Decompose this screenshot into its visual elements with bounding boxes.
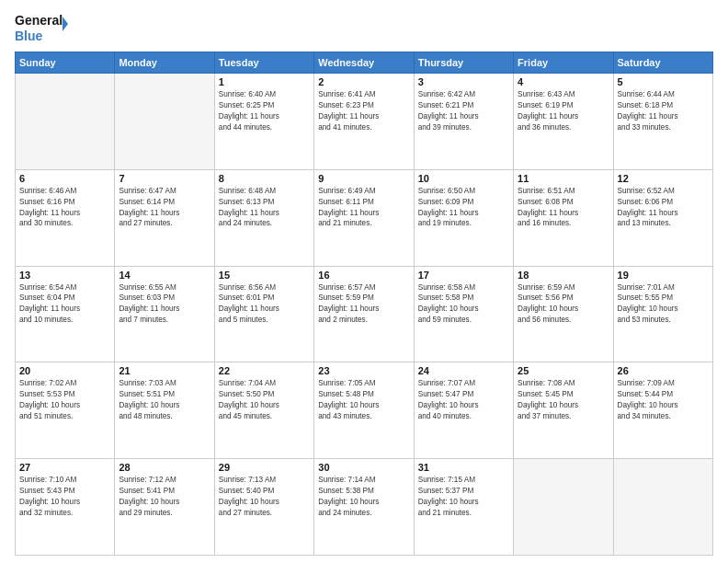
- day-info: Sunrise: 6:56 AM Sunset: 6:01 PM Dayligh…: [219, 282, 310, 327]
- day-info: Sunrise: 6:54 AM Sunset: 6:04 PM Dayligh…: [19, 282, 110, 327]
- day-number: 15: [219, 270, 310, 281]
- day-number: 11: [518, 173, 609, 184]
- day-info: Sunrise: 6:40 AM Sunset: 6:25 PM Dayligh…: [219, 89, 310, 133]
- calendar-cell: 31Sunrise: 7:15 AM Sunset: 5:37 PM Dayli…: [414, 459, 513, 556]
- day-number: 6: [19, 173, 110, 184]
- calendar-cell: 20Sunrise: 7:02 AM Sunset: 5:53 PM Dayli…: [16, 362, 115, 459]
- header: General Blue: [15, 11, 713, 46]
- calendar-cell: 18Sunrise: 6:59 AM Sunset: 5:56 PM Dayli…: [514, 266, 613, 362]
- calendar-cell: 30Sunrise: 7:14 AM Sunset: 5:38 PM Dayli…: [314, 459, 414, 556]
- day-info: Sunrise: 6:49 AM Sunset: 6:11 PM Dayligh…: [318, 186, 409, 230]
- day-number: 1: [219, 76, 310, 87]
- calendar-cell: 9Sunrise: 6:49 AM Sunset: 6:11 PM Daylig…: [314, 169, 414, 266]
- day-info: Sunrise: 7:01 AM Sunset: 5:55 PM Dayligh…: [618, 282, 709, 327]
- calendar-cell: 15Sunrise: 6:56 AM Sunset: 6:01 PM Dayli…: [214, 266, 313, 362]
- calendar-cell: 8Sunrise: 6:48 AM Sunset: 6:13 PM Daylig…: [214, 169, 313, 266]
- day-number: 24: [418, 365, 509, 376]
- calendar-cell: 23Sunrise: 7:05 AM Sunset: 5:48 PM Dayli…: [314, 362, 414, 459]
- day-info: Sunrise: 7:13 AM Sunset: 5:40 PM Dayligh…: [219, 475, 310, 519]
- calendar-cell: 16Sunrise: 6:57 AM Sunset: 5:59 PM Dayli…: [314, 266, 414, 362]
- day-info: Sunrise: 6:41 AM Sunset: 6:23 PM Dayligh…: [318, 89, 409, 133]
- calendar-cell: 10Sunrise: 6:50 AM Sunset: 6:09 PM Dayli…: [414, 169, 513, 266]
- day-number: 12: [618, 173, 709, 184]
- day-info: Sunrise: 7:09 AM Sunset: 5:44 PM Dayligh…: [618, 378, 709, 422]
- calendar-cell: 14Sunrise: 6:55 AM Sunset: 6:03 PM Dayli…: [115, 266, 214, 362]
- day-number: 10: [418, 173, 509, 184]
- calendar-cell: 27Sunrise: 7:10 AM Sunset: 5:43 PM Dayli…: [16, 459, 115, 556]
- day-number: 8: [219, 173, 310, 184]
- day-number: 30: [318, 462, 409, 473]
- day-number: 29: [219, 462, 310, 473]
- weekday-header-sunday: Sunday: [16, 52, 115, 74]
- day-number: 13: [19, 270, 110, 281]
- week-row-1: 1Sunrise: 6:40 AM Sunset: 6:25 PM Daylig…: [16, 74, 713, 170]
- calendar-cell: 19Sunrise: 7:01 AM Sunset: 5:55 PM Dayli…: [613, 266, 712, 362]
- calendar-cell: 13Sunrise: 6:54 AM Sunset: 6:04 PM Dayli…: [16, 266, 115, 362]
- day-info: Sunrise: 7:15 AM Sunset: 5:37 PM Dayligh…: [418, 475, 509, 519]
- day-number: 16: [318, 270, 409, 281]
- calendar-cell: 4Sunrise: 6:43 AM Sunset: 6:19 PM Daylig…: [514, 74, 613, 170]
- calendar-cell: 25Sunrise: 7:08 AM Sunset: 5:45 PM Dayli…: [514, 362, 613, 459]
- day-number: 14: [119, 270, 210, 281]
- calendar-cell: [613, 459, 712, 556]
- day-number: 22: [219, 365, 310, 376]
- day-number: 17: [418, 270, 509, 281]
- day-info: Sunrise: 6:57 AM Sunset: 5:59 PM Dayligh…: [318, 282, 409, 327]
- svg-text:Blue: Blue: [15, 29, 43, 43]
- day-info: Sunrise: 6:44 AM Sunset: 6:18 PM Dayligh…: [618, 89, 709, 133]
- calendar-cell: [16, 74, 115, 170]
- week-row-2: 6Sunrise: 6:46 AM Sunset: 6:16 PM Daylig…: [16, 169, 713, 266]
- day-info: Sunrise: 7:12 AM Sunset: 5:41 PM Dayligh…: [119, 475, 210, 519]
- day-info: Sunrise: 6:50 AM Sunset: 6:09 PM Dayligh…: [418, 186, 509, 230]
- calendar-cell: 3Sunrise: 6:42 AM Sunset: 6:21 PM Daylig…: [414, 74, 513, 170]
- day-info: Sunrise: 7:14 AM Sunset: 5:38 PM Dayligh…: [318, 475, 409, 519]
- day-info: Sunrise: 7:03 AM Sunset: 5:51 PM Dayligh…: [119, 378, 210, 422]
- week-row-3: 13Sunrise: 6:54 AM Sunset: 6:04 PM Dayli…: [16, 266, 713, 362]
- weekday-header-row: SundayMondayTuesdayWednesdayThursdayFrid…: [16, 52, 713, 74]
- day-number: 27: [19, 462, 110, 473]
- day-info: Sunrise: 7:05 AM Sunset: 5:48 PM Dayligh…: [318, 378, 409, 422]
- weekday-header-friday: Friday: [514, 52, 613, 74]
- calendar-cell: [115, 74, 214, 170]
- day-info: Sunrise: 7:04 AM Sunset: 5:50 PM Dayligh…: [219, 378, 310, 422]
- calendar-cell: 7Sunrise: 6:47 AM Sunset: 6:14 PM Daylig…: [115, 169, 214, 266]
- day-number: 25: [518, 365, 609, 376]
- calendar-cell: 2Sunrise: 6:41 AM Sunset: 6:23 PM Daylig…: [314, 74, 414, 170]
- calendar-cell: 26Sunrise: 7:09 AM Sunset: 5:44 PM Dayli…: [613, 362, 712, 459]
- day-info: Sunrise: 6:58 AM Sunset: 5:58 PM Dayligh…: [418, 282, 509, 327]
- page: General Blue SundayMondayTuesdayWednesda…: [0, 0, 728, 563]
- day-number: 28: [119, 462, 210, 473]
- day-number: 4: [518, 76, 609, 87]
- calendar-cell: 1Sunrise: 6:40 AM Sunset: 6:25 PM Daylig…: [214, 74, 313, 170]
- day-number: 3: [418, 76, 509, 87]
- day-number: 18: [518, 270, 609, 281]
- svg-marker-1: [63, 17, 68, 31]
- calendar: SundayMondayTuesdayWednesdayThursdayFrid…: [15, 52, 713, 556]
- calendar-cell: [514, 459, 613, 556]
- day-number: 2: [318, 76, 409, 87]
- week-row-5: 27Sunrise: 7:10 AM Sunset: 5:43 PM Dayli…: [16, 459, 713, 556]
- calendar-cell: 28Sunrise: 7:12 AM Sunset: 5:41 PM Dayli…: [115, 459, 214, 556]
- day-number: 20: [19, 365, 110, 376]
- weekday-header-saturday: Saturday: [613, 52, 712, 74]
- svg-text:General: General: [15, 13, 63, 28]
- day-info: Sunrise: 7:08 AM Sunset: 5:45 PM Dayligh…: [518, 378, 609, 422]
- calendar-cell: 5Sunrise: 6:44 AM Sunset: 6:18 PM Daylig…: [613, 74, 712, 170]
- day-info: Sunrise: 6:43 AM Sunset: 6:19 PM Dayligh…: [518, 89, 609, 133]
- day-number: 23: [318, 365, 409, 376]
- day-info: Sunrise: 6:51 AM Sunset: 6:08 PM Dayligh…: [518, 186, 609, 230]
- calendar-cell: 17Sunrise: 6:58 AM Sunset: 5:58 PM Dayli…: [414, 266, 513, 362]
- calendar-cell: 24Sunrise: 7:07 AM Sunset: 5:47 PM Dayli…: [414, 362, 513, 459]
- day-number: 31: [418, 462, 509, 473]
- day-info: Sunrise: 6:55 AM Sunset: 6:03 PM Dayligh…: [119, 282, 210, 327]
- day-number: 21: [119, 365, 210, 376]
- day-number: 5: [618, 76, 709, 87]
- calendar-cell: 29Sunrise: 7:13 AM Sunset: 5:40 PM Dayli…: [214, 459, 313, 556]
- day-number: 26: [618, 365, 709, 376]
- weekday-header-thursday: Thursday: [414, 52, 513, 74]
- day-info: Sunrise: 7:02 AM Sunset: 5:53 PM Dayligh…: [19, 378, 110, 422]
- day-number: 19: [618, 270, 709, 281]
- day-info: Sunrise: 7:10 AM Sunset: 5:43 PM Dayligh…: [19, 475, 110, 519]
- calendar-cell: 22Sunrise: 7:04 AM Sunset: 5:50 PM Dayli…: [214, 362, 313, 459]
- weekday-header-tuesday: Tuesday: [214, 52, 313, 74]
